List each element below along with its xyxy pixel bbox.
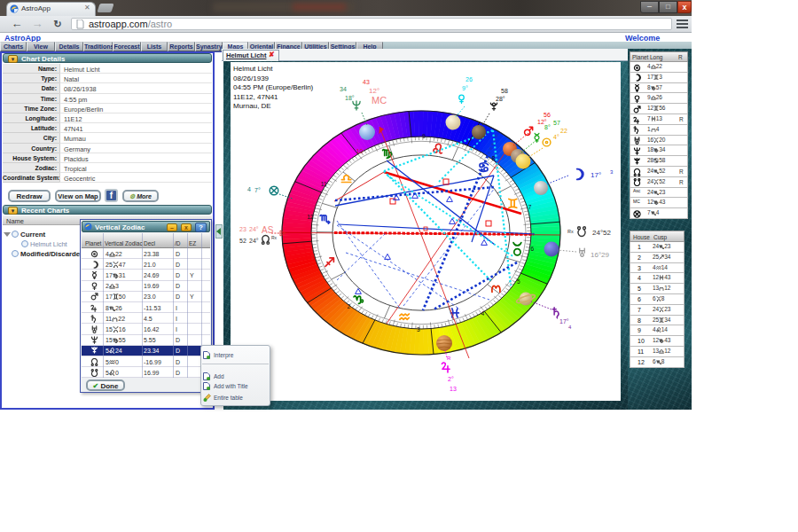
svg-text:23: 23: [239, 226, 246, 232]
svg-text:8: 8: [492, 155, 496, 161]
svg-text:10: 10: [356, 148, 364, 154]
svg-text:17°: 17°: [591, 171, 601, 179]
svg-text:AS: AS: [262, 225, 274, 235]
svg-text:16°29: 16°29: [591, 251, 610, 259]
svg-text:9°: 9°: [462, 85, 468, 91]
svg-text:4°: 4°: [553, 134, 559, 140]
svg-text:5: 5: [517, 278, 520, 285]
svg-text:24°: 24°: [249, 238, 259, 244]
svg-text:2: 2: [348, 303, 351, 309]
svg-text:1: 1: [311, 254, 315, 261]
svg-text:22: 22: [560, 128, 567, 134]
svg-text:28°: 28°: [496, 96, 505, 102]
svg-text:Rx: Rx: [567, 229, 574, 234]
svg-text:12: 12: [307, 214, 314, 220]
svg-text:24°: 24°: [249, 226, 259, 232]
svg-text:26: 26: [466, 76, 473, 82]
svg-text:4: 4: [247, 186, 251, 192]
svg-text:7: 7: [528, 204, 532, 210]
svg-text:MC: MC: [372, 95, 387, 106]
svg-text:4: 4: [481, 310, 484, 317]
svg-text:3: 3: [610, 169, 614, 175]
svg-text:24°52: 24°52: [592, 229, 612, 237]
svg-text:43: 43: [363, 79, 370, 85]
svg-text:11: 11: [321, 181, 327, 187]
svg-text:34: 34: [340, 86, 347, 92]
svg-text:12°: 12°: [369, 87, 379, 95]
svg-text:18°: 18°: [345, 95, 355, 101]
svg-text:57: 57: [553, 120, 560, 126]
svg-text:2°: 2°: [448, 376, 454, 382]
svg-text:13: 13: [450, 386, 457, 392]
svg-text:4: 4: [568, 325, 572, 330]
svg-text:58: 58: [501, 88, 508, 94]
svg-text:17°: 17°: [559, 318, 569, 325]
svg-text:3: 3: [417, 326, 420, 332]
svg-text:52: 52: [239, 238, 246, 244]
svg-text:R: R: [447, 356, 451, 361]
svg-text:Rx: Rx: [271, 235, 278, 240]
svg-text:9: 9: [422, 133, 426, 139]
svg-text:7°: 7°: [254, 187, 261, 193]
svg-text:8°: 8°: [544, 124, 551, 130]
svg-text:56: 56: [544, 112, 551, 118]
svg-text:6: 6: [530, 246, 534, 252]
